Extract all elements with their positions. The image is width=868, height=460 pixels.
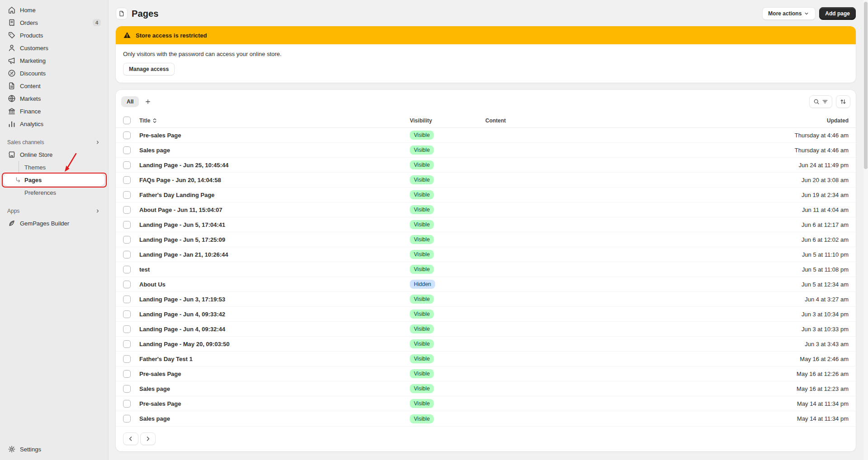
page-title-cell[interactable]: test — [139, 266, 410, 273]
scrollbar-thumb[interactable] — [864, 2, 868, 169]
row-checkbox[interactable] — [123, 296, 131, 303]
search-and-filter-button[interactable] — [809, 95, 832, 108]
page-title-cell[interactable]: About Page - Jun 11, 15:04:07 — [139, 207, 410, 213]
sidebar-item-orders[interactable]: Orders4 — [4, 16, 104, 29]
row-checkbox[interactable] — [123, 355, 131, 363]
table-row[interactable]: Father's Day Landing PageVisibleJun 19 a… — [116, 188, 856, 202]
table-row[interactable]: Landing Page - May 20, 09:03:50VisibleJu… — [116, 337, 856, 352]
page-title-cell[interactable]: Landing Page - Jun 5, 17:04:41 — [139, 221, 410, 228]
table-row[interactable]: Father's Day Test 1VisibleMay 16 at 2:46… — [116, 352, 856, 366]
sidebar-item-online-store[interactable]: Online Store — [4, 148, 104, 161]
page-title-cell[interactable]: Landing Page - Jun 5, 17:25:09 — [139, 236, 410, 243]
row-checkbox[interactable] — [123, 236, 131, 244]
page-title-cell[interactable]: Sales page — [139, 415, 410, 422]
page-title-cell[interactable]: Father's Day Landing Page — [139, 192, 410, 198]
page-title-cell[interactable]: Landing Page - Jun 4, 09:32:44 — [139, 326, 410, 333]
page-title-cell[interactable]: About Us — [139, 281, 410, 288]
add-page-button[interactable]: Add page — [819, 7, 856, 20]
visibility-badge: Visible — [410, 369, 434, 378]
select-all-checkbox[interactable] — [123, 117, 131, 124]
row-checkbox[interactable] — [123, 385, 131, 393]
sort-button[interactable] — [836, 95, 850, 108]
row-checkbox[interactable] — [123, 176, 131, 184]
sidebar-item-label: Analytics — [20, 121, 101, 127]
sidebar-item-themes[interactable]: Themes — [4, 161, 104, 174]
tab-all-label: All — [127, 99, 133, 105]
sidebar-item-settings[interactable]: Settings — [4, 443, 104, 455]
page-title-cell[interactable]: Pre-sales Page — [139, 132, 410, 139]
sidebar-item-gempages-builder[interactable]: GemPages Builder — [4, 217, 104, 230]
page-title-cell[interactable]: Landing Page - Jun 4, 09:33:42 — [139, 311, 410, 318]
table-row[interactable]: Pre-sales PageVisibleThursday at 4:46 am — [116, 128, 856, 143]
row-checkbox[interactable] — [123, 325, 131, 333]
add-view-button[interactable] — [142, 95, 154, 108]
gear-icon — [7, 445, 16, 454]
row-checkbox[interactable] — [123, 340, 131, 348]
page-title-cell[interactable]: Landing Page - Jun 25, 10:45:44 — [139, 162, 410, 169]
row-checkbox[interactable] — [123, 131, 131, 139]
pagination-next-button[interactable] — [140, 432, 156, 445]
row-checkbox[interactable] — [123, 266, 131, 273]
row-checkbox[interactable] — [123, 400, 131, 408]
table-row[interactable]: Sales pageVisibleMay 14 at 11:34 pm — [116, 411, 856, 426]
table-row[interactable]: Sales pageVisibleThursday at 4:46 am — [116, 143, 856, 158]
sales-channels-header[interactable]: Sales channels — [4, 136, 104, 148]
chevron-right-icon — [95, 208, 101, 214]
row-checkbox[interactable] — [123, 206, 131, 214]
table-row[interactable]: Landing Page - Jun 25, 10:45:44VisibleJu… — [116, 158, 856, 173]
page-title-cell[interactable]: Pre-sales Page — [139, 400, 410, 407]
page-title-cell[interactable]: Sales page — [139, 147, 410, 154]
manage-access-button[interactable]: Manage access — [123, 63, 175, 75]
page-title-cell[interactable]: Sales page — [139, 385, 410, 392]
table-row[interactable]: Pre-sales PageVisibleMay 14 at 11:34 pm — [116, 396, 856, 411]
sidebar-item-discounts[interactable]: Discounts — [4, 67, 104, 80]
table-row[interactable]: Sales pageVisibleMay 16 at 12:23 am — [116, 381, 856, 396]
table-row[interactable]: Landing Page - Jun 4, 09:33:42VisibleJun… — [116, 307, 856, 322]
table-row[interactable]: Landing Page - Jun 4, 09:32:44VisibleJun… — [116, 322, 856, 337]
page-title-cell[interactable]: Landing Page - Jun 3, 17:19:53 — [139, 296, 410, 303]
pagination-prev-button[interactable] — [123, 432, 138, 445]
table-row[interactable]: About Page - Jun 11, 15:04:07VisibleJun … — [116, 202, 856, 217]
sidebar-item-pages[interactable]: Pages — [4, 174, 104, 186]
table-row[interactable]: Landing Page - Jun 5, 17:25:09VisibleJun… — [116, 232, 856, 247]
page-title-cell[interactable]: Father's Day Test 1 — [139, 356, 410, 362]
table-row[interactable]: About UsHiddenJun 5 at 12:34 am — [116, 277, 856, 292]
sidebar-item-customers[interactable]: Customers — [4, 42, 104, 54]
visibility-badge: Visible — [410, 414, 434, 423]
table-row[interactable]: Pre-sales PageVisibleMay 16 at 12:26 am — [116, 366, 856, 381]
row-checkbox[interactable] — [123, 281, 131, 288]
sidebar-item-preferences[interactable]: Preferences — [4, 186, 104, 199]
page-title-cell[interactable]: Landing Page - Jan 21, 10:26:44 — [139, 251, 410, 258]
table-row[interactable]: FAQs Page - Jun 20, 14:04:58VisibleJun 2… — [116, 173, 856, 188]
row-checkbox[interactable] — [123, 191, 131, 199]
row-checkbox[interactable] — [123, 221, 131, 229]
row-checkbox[interactable] — [123, 370, 131, 378]
table-row[interactable]: Landing Page - Jun 5, 17:04:41VisibleJun… — [116, 217, 856, 232]
row-checkbox[interactable] — [123, 415, 131, 422]
row-checkbox[interactable] — [123, 161, 131, 169]
updated-cell: May 14 at 11:34 pm — [749, 415, 849, 422]
table-row[interactable]: testVisibleJun 5 at 11:08 pm — [116, 262, 856, 277]
page-title-cell[interactable]: FAQs Page - Jun 20, 14:04:58 — [139, 177, 410, 183]
sidebar-item-home[interactable]: Home — [4, 4, 104, 16]
tab-all[interactable]: All — [121, 96, 139, 107]
column-header-title[interactable]: Title — [139, 117, 410, 124]
pages-table-card: All — [116, 90, 856, 451]
more-actions-button[interactable]: More actions — [762, 7, 816, 20]
table-row[interactable]: Landing Page - Jun 3, 17:19:53VisibleJun… — [116, 292, 856, 307]
scrollbar[interactable] — [863, 0, 868, 460]
sidebar-item-marketing[interactable]: Marketing — [4, 54, 104, 67]
sidebar-item-label: GemPages Builder — [20, 220, 101, 227]
sidebar-item-markets[interactable]: Markets — [4, 92, 104, 105]
sidebar-item-content[interactable]: Content — [4, 80, 104, 92]
row-checkbox[interactable] — [123, 310, 131, 318]
row-checkbox[interactable] — [123, 146, 131, 154]
row-checkbox[interactable] — [123, 251, 131, 258]
apps-header[interactable]: Apps — [4, 205, 104, 217]
sidebar-item-finance[interactable]: Finance — [4, 105, 104, 117]
page-title-cell[interactable]: Pre-sales Page — [139, 371, 410, 377]
table-row[interactable]: Landing Page - Jan 21, 10:26:44VisibleJu… — [116, 247, 856, 262]
sidebar-item-analytics[interactable]: Analytics — [4, 117, 104, 130]
page-title-cell[interactable]: Landing Page - May 20, 09:03:50 — [139, 341, 410, 347]
sidebar-item-products[interactable]: Products — [4, 29, 104, 42]
